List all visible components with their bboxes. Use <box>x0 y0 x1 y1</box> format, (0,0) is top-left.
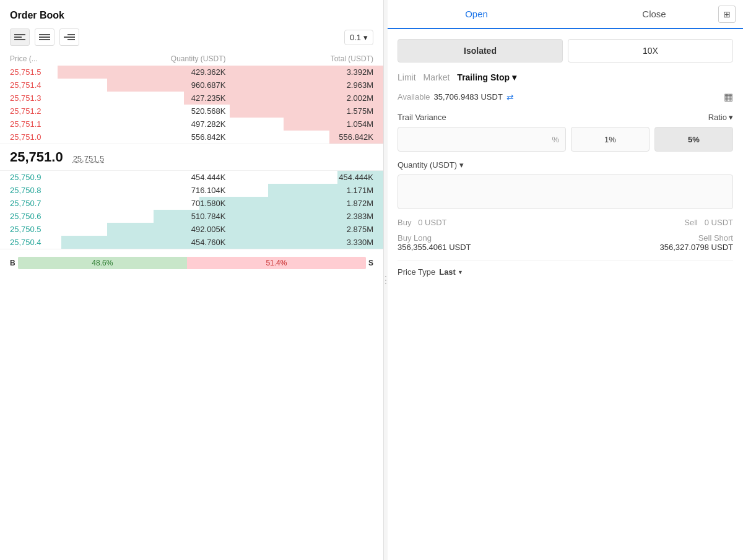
bid-total: 2.383M <box>226 212 374 221</box>
bid-qty: 492.005K <box>78 225 226 234</box>
ratio-chevron-icon: ▾ <box>729 113 733 122</box>
ob-bar-buy: 48.6% <box>18 257 187 269</box>
header-total: Total (USDT) <box>226 54 374 63</box>
leverage-button[interactable]: 10X <box>568 39 733 62</box>
bid-total: 3.330M <box>226 238 374 247</box>
ask-price: 25,751.2 <box>10 106 78 116</box>
sell-label-s: S <box>368 259 373 267</box>
ratio-5pct-btn[interactable]: 5% <box>654 127 733 152</box>
table-row: 25,751.5 429.362K 3.392M <box>0 66 383 79</box>
bid-qty: 510.784K <box>78 212 226 221</box>
table-row: 25,750.7 701.580K 1.872M <box>0 197 383 210</box>
transfer-icon[interactable]: ⇄ <box>506 92 514 102</box>
table-row: 25,750.6 510.784K 2.383M <box>0 210 383 223</box>
order-type-row: Limit Market Trailing Stop ▾ <box>398 72 733 82</box>
tab-open[interactable]: Open <box>388 0 565 29</box>
buy-label-b: B <box>10 259 15 267</box>
buy-long-value: 356,355.4061 USDT <box>398 243 565 252</box>
trail-inputs: % 1% 5% <box>398 127 733 152</box>
order-type-limit[interactable]: Limit <box>398 72 416 82</box>
trail-unit: % <box>552 135 559 144</box>
ask-qty: 429.362K <box>78 67 226 77</box>
bid-total: 454.444K <box>226 173 374 182</box>
ask-total: 556.842K <box>226 132 374 142</box>
ob-bid-rows: 25,750.9 454.444K 454.444K 25,750.8 716.… <box>0 171 383 249</box>
ask-price: 25,751.4 <box>10 80 78 90</box>
ask-qty: 497.282K <box>78 119 226 129</box>
sell-short-section: Sell Short 356,327.0798 USDT <box>565 233 733 252</box>
ask-qty: 960.687K <box>78 80 226 90</box>
bid-total: 1.872M <box>226 199 374 208</box>
bid-qty: 716.104K <box>78 186 226 195</box>
bid-total: 2.875M <box>226 225 374 234</box>
ratio-label[interactable]: Ratio ▾ <box>708 113 733 122</box>
bid-price: 25,750.7 <box>10 199 78 208</box>
order-type-trailing[interactable]: Trailing Stop ▾ <box>457 72 516 82</box>
ask-total: 2.963M <box>226 80 374 90</box>
ob-view-right[interactable] <box>59 28 79 46</box>
ask-total: 3.392M <box>226 67 374 77</box>
bid-price: 25,750.9 <box>10 173 78 182</box>
ask-total: 2.002M <box>226 93 374 103</box>
calculator-tab-icon[interactable]: ⊞ <box>718 6 736 23</box>
available-value: 35,706.9483 USDT <box>434 92 503 101</box>
table-row: 25,750.5 492.005K 2.875M <box>0 223 383 236</box>
tab-close[interactable]: Close <box>565 0 743 29</box>
ob-view-both-icon <box>14 34 25 40</box>
qty-section: Quantity (USDT) ▾ <box>398 160 733 209</box>
table-row: 25,750.8 716.104K 1.171M <box>0 184 383 197</box>
sell-label: Sell 0 USDT <box>565 218 733 227</box>
isolated-button[interactable]: Isolated <box>398 39 563 62</box>
bid-price: 25,750.4 <box>10 238 78 247</box>
ask-qty: 520.568K <box>78 106 226 116</box>
buy-label: Buy 0 USDT <box>398 218 565 227</box>
trail-section: Trail Variance Ratio ▾ % 1% 5% <box>398 113 733 152</box>
bid-qty: 454.760K <box>78 238 226 247</box>
ob-footer: B 48.6% 51.4% S <box>0 249 383 277</box>
ob-mid-price: 25,751.0 <box>10 149 63 165</box>
trail-variance-label: Trail Variance <box>398 113 446 122</box>
rp-body: Isolated 10X Limit Market Trailing Stop … <box>388 29 743 560</box>
decimal-select[interactable]: 0.1 ▾ <box>344 30 373 45</box>
ob-view-right-icon <box>64 34 75 40</box>
margin-toggle: Isolated 10X <box>398 39 733 62</box>
ask-price: 25,751.0 <box>10 132 78 142</box>
ob-bar-sell: 51.4% <box>187 257 366 269</box>
header-price: Price (... <box>10 54 78 63</box>
ask-price: 25,751.5 <box>10 67 78 77</box>
calc-icon[interactable]: ▦ <box>724 91 733 103</box>
ob-mid-ref: 25,751.5 <box>73 154 105 163</box>
ob-toolbar: 0.1 ▾ <box>0 28 383 52</box>
bid-qty: 454.444K <box>78 173 226 182</box>
ob-headers: Price (... Quantity (USDT) Total (USDT) <box>0 52 383 66</box>
qty-label[interactable]: Quantity (USDT) ▾ <box>398 160 733 170</box>
buy-sell-row: Buy 0 USDT Sell 0 USDT <box>398 218 733 227</box>
ob-view-center[interactable] <box>35 28 54 46</box>
sell-pct-text: 51.4% <box>266 259 287 267</box>
ratio-1pct-btn[interactable]: 1% <box>571 127 650 152</box>
table-row: 25,751.1 497.282K 1.054M <box>0 118 383 131</box>
order-book-panel: Order Book 0.1 ▾ Price (... Quantity (US… <box>0 0 384 560</box>
bid-price: 25,750.8 <box>10 186 78 195</box>
bid-price: 25,750.5 <box>10 225 78 234</box>
buy-pct-text: 48.6% <box>92 259 113 267</box>
ob-ask-rows: 25,751.5 429.362K 3.392M 25,751.4 960.68… <box>0 66 383 144</box>
ob-view-both[interactable] <box>10 28 30 46</box>
table-row: 25,750.9 454.444K 454.444K <box>0 171 383 184</box>
buy-sell-values: Buy Long 356,355.4061 USDT Sell Short 35… <box>398 233 733 252</box>
bid-qty: 701.580K <box>78 199 226 208</box>
qty-input[interactable] <box>398 174 733 209</box>
decimal-chevron-icon: ▾ <box>363 33 368 42</box>
trail-variance-input[interactable]: % <box>398 127 566 152</box>
bid-price: 25,750.6 <box>10 212 78 221</box>
rp-tabs: Open Close ⊞ <box>388 0 743 29</box>
price-type-value[interactable]: Last <box>439 267 463 277</box>
ask-price: 25,751.3 <box>10 93 78 103</box>
ask-total: 1.054M <box>226 119 374 129</box>
ask-total: 1.575M <box>226 106 374 116</box>
order-type-market[interactable]: Market <box>424 72 450 82</box>
ask-qty: 556.842K <box>78 132 226 142</box>
sell-short-value: 356,327.0798 USDT <box>565 243 733 252</box>
ob-bar-container: 48.6% 51.4% <box>18 257 366 269</box>
available-row: Available 35,706.9483 USDT ⇄ ▦ <box>398 91 733 103</box>
